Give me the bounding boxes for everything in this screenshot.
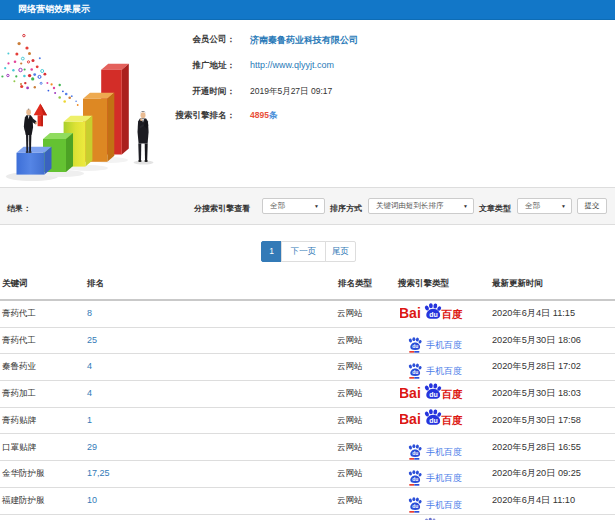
svg-text:手机百度: 手机百度 xyxy=(426,474,462,484)
svg-text:du: du xyxy=(412,503,418,509)
svg-text:手机百度: 手机百度 xyxy=(426,500,462,510)
svg-text:Bai: Bai xyxy=(400,411,421,426)
svg-text:du: du xyxy=(429,417,438,424)
svg-text:手机百度: 手机百度 xyxy=(426,447,462,457)
svg-text:百度: 百度 xyxy=(441,414,463,426)
svg-text:手机百度: 手机百度 xyxy=(426,367,462,377)
svg-text:du: du xyxy=(429,391,438,398)
svg-text:du: du xyxy=(412,343,418,349)
svg-text:du: du xyxy=(412,477,418,483)
svg-text:du: du xyxy=(429,311,438,318)
svg-text:Bai: Bai xyxy=(400,385,421,400)
svg-text:du: du xyxy=(412,450,418,456)
svg-text:du: du xyxy=(412,370,418,376)
svg-text:百度: 百度 xyxy=(441,307,463,319)
svg-text:百度: 百度 xyxy=(441,387,463,399)
svg-text:Bai: Bai xyxy=(400,305,421,320)
svg-text:手机百度: 手机百度 xyxy=(426,340,462,350)
